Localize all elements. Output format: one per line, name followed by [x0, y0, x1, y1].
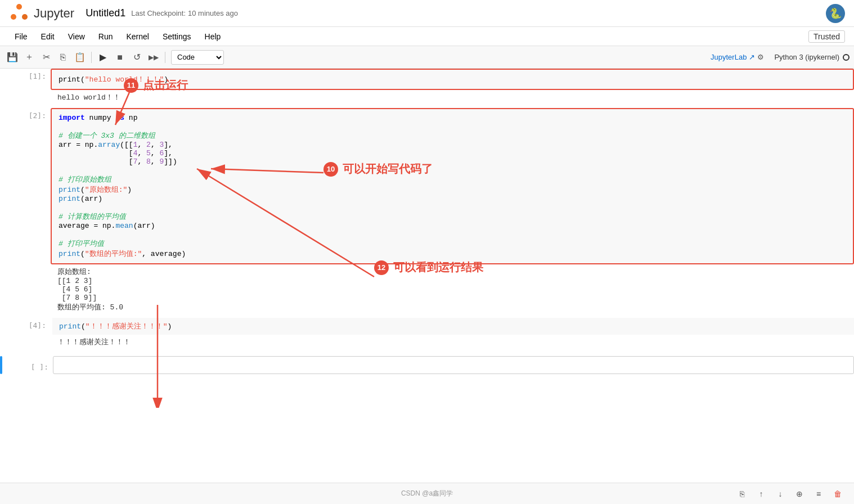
save-button[interactable]: 💾 — [5, 50, 20, 65]
separator2 — [165, 52, 165, 63]
cell-4-code[interactable]: print("！！！感谢关注！！！") — [51, 318, 854, 335]
notebook-title: Untitled1 — [86, 7, 125, 19]
kernel-info: Python 3 (ipykernel) — [774, 53, 849, 61]
toolbar: 💾 ＋ ✂ ⎘ 📋 ▶ ■ ↺ ▶▶ Code Markdown Raw Jup… — [0, 46, 854, 69]
cell-type-select[interactable]: Code Markdown Raw — [171, 50, 224, 65]
cell-empty-content[interactable] — [53, 356, 854, 374]
cell-2: [2]: import numpy as np # 创建一个 3x3 的二维数组… — [0, 108, 854, 317]
cell-2-label: [2]: — [0, 108, 51, 317]
trusted-badge: Trusted — [808, 30, 845, 43]
checkpoint-time: 10 minutes ago — [188, 9, 238, 17]
jupyter-logo: Jupyter — [9, 3, 74, 24]
jupyter-logo-icon — [9, 3, 29, 24]
run-button[interactable]: ▶ — [95, 50, 111, 65]
cut-button[interactable]: ✂ — [38, 50, 54, 65]
restart-run-button[interactable]: ▶▶ — [146, 50, 161, 65]
separator1 — [91, 52, 92, 63]
cell-4-label: [4]: — [0, 318, 51, 352]
cell-1: [1]: print("hello world！！！") hello world… — [0, 69, 854, 107]
menu-file[interactable]: File — [9, 30, 33, 43]
cell-empty-label: [ ]: — [2, 359, 53, 371]
notebook-area: 11 点击运行 [1]: print("hello world！！！") hel… — [0, 69, 854, 408]
cell-1-output: hello world！！ — [51, 90, 854, 107]
cell-4-content[interactable]: print("！！！感谢关注！！！") ！！！感谢关注！！！ — [51, 318, 854, 352]
menu-kernel[interactable]: Kernel — [120, 30, 154, 43]
add-cell-button[interactable]: ＋ — [21, 50, 37, 65]
cell-2-code[interactable]: import numpy as np # 创建一个 3x3 的二维数组 arr … — [51, 108, 854, 264]
jupyterlab-link[interactable]: JupyterLab ↗ ⚙ — [711, 53, 764, 61]
menu-help[interactable]: Help — [199, 30, 227, 43]
menu-run[interactable]: Run — [93, 30, 119, 43]
app-name: Jupyter — [34, 6, 74, 21]
python-icon: 🐍 — [826, 4, 845, 23]
menu-settings[interactable]: Settings — [157, 30, 197, 43]
cell-4: [4]: print("！！！感谢关注！！！") ！！！感谢关注！！！ — [0, 318, 854, 352]
cell-1-content[interactable]: print("hello world！！！") hello world！！ — [51, 69, 854, 107]
menu-bar: File Edit View Run Kernel Settings Help … — [0, 27, 854, 46]
svg-point-1 — [16, 4, 22, 10]
external-link-icon: ↗ — [749, 53, 755, 61]
cell-2-output: 原始数组: [[1 2 3] [4 5 6] [7 8 9]] 数组的平均值: … — [51, 264, 854, 317]
copy-button[interactable]: ⎘ — [55, 50, 71, 65]
paste-button[interactable]: 📋 — [72, 50, 88, 65]
kernel-status-circle — [843, 54, 849, 61]
cell-empty-input[interactable] — [53, 356, 854, 374]
svg-point-3 — [11, 14, 16, 20]
cell-4-output: ！！！感谢关注！！！ — [51, 335, 854, 352]
restart-button[interactable]: ↺ — [129, 50, 145, 65]
cell-2-content[interactable]: import numpy as np # 创建一个 3x3 的二维数组 arr … — [51, 108, 854, 317]
cell-1-code[interactable]: print("hello world！！！") — [51, 69, 854, 90]
cell-empty: [ ]: — [0, 356, 854, 374]
checkpoint-label: Last Checkpoint: — [131, 9, 186, 17]
menu-view[interactable]: View — [62, 30, 91, 43]
menu-edit[interactable]: Edit — [35, 30, 60, 43]
settings-icon: ⚙ — [757, 53, 764, 61]
stop-button[interactable]: ■ — [112, 50, 128, 65]
title-bar: Jupyter Untitled1 Last Checkpoint: 10 mi… — [0, 0, 854, 27]
cell-1-label: [1]: — [0, 69, 51, 107]
svg-point-2 — [22, 14, 28, 20]
